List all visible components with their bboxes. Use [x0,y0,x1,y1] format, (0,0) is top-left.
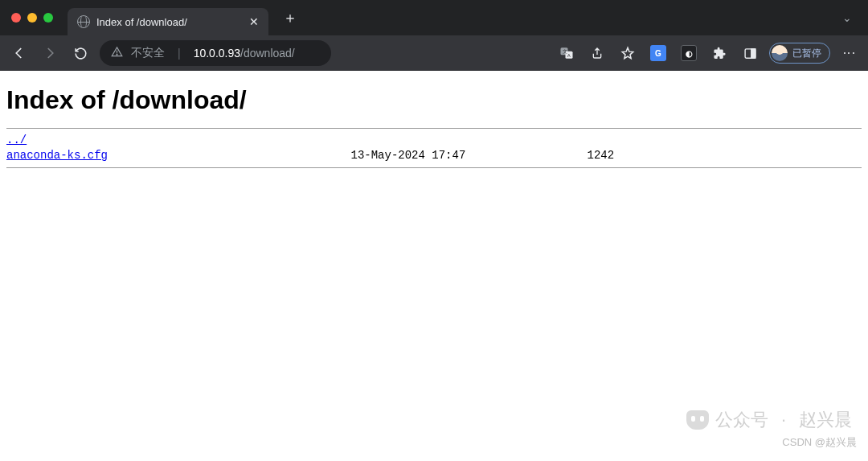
globe-icon [77,15,90,28]
kebab-menu-icon[interactable]: ⋮ [838,47,860,60]
svg-text:文: 文 [563,48,567,54]
profile-chip[interactable]: 已暂停 [769,43,830,64]
extension-translate-icon[interactable]: G [647,42,669,64]
extensions-puzzle-icon[interactable] [708,42,731,64]
tab-title: Index of /download/ [96,16,243,28]
new-tab-button[interactable]: ＋ [275,8,305,27]
reload-button[interactable] [69,42,92,64]
listing-link[interactable]: anaconda-ks.cfg [6,149,108,162]
bookmark-star-icon[interactable] [616,42,639,64]
share-icon[interactable] [586,42,608,64]
translate-icon[interactable]: 文A [555,42,578,64]
window-maximize-button[interactable] [43,13,53,23]
directory-listing: ../ anaconda-ks.cfg 13-May-2024 17:47 12… [6,129,862,167]
forward-button[interactable] [39,42,61,64]
address-separator: | [178,47,181,60]
extension-dark-icon[interactable]: ◐ [678,42,700,64]
watermark-prefix: 公众号 [715,408,768,432]
watermark-csdn: CSDN @赵兴晨 [782,435,857,450]
address-host: 10.0.0.93 [194,47,240,60]
profile-label: 已暂停 [792,47,821,60]
security-label: 不安全 [131,46,165,60]
chevron-down-icon[interactable]: ⌄ [842,11,852,24]
page-title: Index of /download/ [6,85,862,115]
back-button[interactable] [8,42,31,64]
svg-point-1 [117,54,117,55]
address-path: /download/ [240,47,295,60]
svg-rect-8 [751,48,755,57]
wechat-icon [686,410,709,430]
watermark-wechat: 公众号 · 赵兴晨 [686,408,852,432]
warning-icon [111,46,123,60]
address-bar[interactable]: 不安全 | 10.0.0.93/download/ [100,40,331,66]
window-close-button[interactable] [11,13,21,23]
watermark-name: 赵兴晨 [799,408,852,432]
avatar-icon [772,45,788,61]
address-url: 10.0.0.93/download/ [194,47,295,60]
divider-bottom [6,167,862,168]
listing-link[interactable]: ../ [6,134,27,146]
page-content: Index of /download/ ../ anaconda-ks.cfg … [0,71,868,175]
close-tab-icon[interactable]: ✕ [249,15,259,28]
browser-tab[interactable]: Index of /download/ ✕ [68,8,268,35]
svg-text:A: A [567,53,571,58]
browser-toolbar: 不安全 | 10.0.0.93/download/ 文A G ◐ 已暂停 ⋮ [0,35,868,71]
traffic-lights [11,13,53,23]
window-titlebar: Index of /download/ ✕ ＋ ⌄ [0,0,868,35]
sidepanel-icon[interactable] [739,42,761,64]
window-minimize-button[interactable] [27,13,37,23]
